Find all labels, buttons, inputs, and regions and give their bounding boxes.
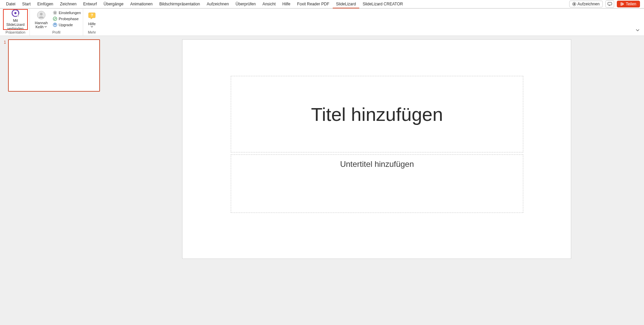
- check-circle-icon: [53, 16, 57, 21]
- ribbon: Mit SlideLizard verbinden Präsentation H…: [0, 8, 644, 36]
- gear-icon: [53, 10, 57, 15]
- rehearsal-button[interactable]: Probephase: [53, 16, 81, 21]
- tab-foxit[interactable]: Foxit Reader PDF: [294, 0, 333, 8]
- record-label: Aufzeichnen: [578, 2, 600, 6]
- title-placeholder[interactable]: Titel hinzufügen: [231, 76, 523, 152]
- ribbon-group-more: ? Hilfe Mehr: [83, 9, 101, 36]
- user-avatar-icon: [36, 10, 47, 20]
- share-icon: [621, 2, 625, 6]
- ribbon-group-profile: Hannah Kelih Einstellungen Probephase U: [30, 9, 83, 36]
- upgrade-button[interactable]: Upgrade: [53, 22, 81, 28]
- connect-slidelizard-button[interactable]: Mit SlideLizard verbinden: [3, 9, 28, 30]
- tab-einfuegen[interactable]: Einfügen: [34, 0, 56, 8]
- svg-line-17: [56, 11, 56, 12]
- user-profile-button[interactable]: Hannah Kelih: [32, 9, 51, 30]
- chevron-down-icon: [635, 28, 640, 32]
- title-bar-actions: Aufzeichnen Teilen: [569, 0, 641, 8]
- connect-label-l1: Mit SlideLizard: [3, 18, 28, 27]
- rehearsal-label: Probephase: [59, 16, 78, 21]
- user-name-l1: Hannah: [35, 21, 48, 25]
- help-label: Hilfe: [88, 22, 96, 26]
- slide-thumbnail-rail: 1: [0, 36, 109, 325]
- user-name-l2: Kelih: [36, 25, 44, 29]
- tab-start[interactable]: Start: [19, 0, 34, 8]
- share-button[interactable]: Teilen: [617, 1, 640, 7]
- upgrade-arrow-icon: [53, 22, 57, 27]
- svg-line-14: [54, 11, 54, 12]
- svg-rect-2: [608, 2, 612, 5]
- profile-options: Einstellungen Probephase Upgrade: [53, 9, 81, 28]
- settings-button[interactable]: Einstellungen: [53, 10, 81, 15]
- share-label: Teilen: [626, 2, 636, 6]
- tab-hilfe[interactable]: Hilfe: [279, 0, 294, 8]
- record-icon: [572, 2, 576, 6]
- help-button[interactable]: ? Hilfe: [85, 9, 99, 30]
- upgrade-label: Upgrade: [59, 22, 73, 28]
- menu-bar: Datei Start Einfügen Zeichnen Entwurf Üb…: [0, 0, 644, 8]
- svg-point-9: [54, 12, 56, 14]
- settings-label: Einstellungen: [59, 10, 81, 15]
- slidelizard-logo-icon: [10, 8, 21, 18]
- chevron-down-icon: [44, 26, 47, 28]
- collapse-ribbon-button[interactable]: [635, 28, 640, 34]
- slide-thumbnail[interactable]: [8, 39, 100, 92]
- comment-icon: [607, 2, 612, 6]
- tab-entwurf[interactable]: Entwurf: [80, 0, 100, 8]
- tab-zeichnen[interactable]: Zeichnen: [57, 0, 80, 8]
- slide-canvas-area: Titel hinzufügen Untertitel hinzufügen: [109, 36, 644, 325]
- title-placeholder-text: Titel hinzufügen: [311, 103, 443, 125]
- tab-animationen[interactable]: Animationen: [127, 0, 156, 8]
- svg-point-8: [40, 13, 43, 15]
- svg-text:?: ?: [91, 13, 93, 17]
- subtitle-placeholder-text: Untertitel hinzufügen: [340, 159, 414, 169]
- help-bubble-icon: ?: [87, 11, 97, 21]
- thumbnail-row: 1: [3, 39, 107, 92]
- ribbon-group-presentation: Mit SlideLizard verbinden Präsentation: [1, 9, 30, 36]
- record-button[interactable]: Aufzeichnen: [569, 1, 603, 7]
- tab-slidelizard[interactable]: SlideLizard: [333, 0, 359, 8]
- tab-uebergaenge[interactable]: Übergänge: [100, 0, 127, 8]
- svg-point-5: [14, 12, 16, 14]
- tab-datei[interactable]: Datei: [3, 0, 19, 8]
- svg-point-1: [573, 3, 575, 5]
- ribbon-group-presentation-label: Präsentation: [3, 30, 28, 35]
- ribbon-group-more-label: Mehr: [85, 30, 99, 35]
- svg-point-6: [17, 15, 19, 17]
- chevron-down-icon: [91, 26, 93, 28]
- tab-ansicht[interactable]: Ansicht: [259, 0, 279, 8]
- tab-slidelizard-creator[interactable]: SlideLizard CREATOR: [359, 0, 406, 8]
- tab-ueberpruefen[interactable]: Überprüfen: [232, 0, 259, 8]
- svg-line-16: [54, 14, 54, 14]
- subtitle-placeholder[interactable]: Untertitel hinzufügen: [231, 154, 523, 213]
- comments-button[interactable]: [605, 0, 614, 8]
- tab-bildschirmpraesentation[interactable]: Bildschirmpräsentation: [156, 0, 203, 8]
- thumbnail-number: 1: [3, 39, 6, 45]
- slide[interactable]: Titel hinzufügen Untertitel hinzufügen: [182, 39, 571, 259]
- ribbon-group-profile-label: Profil: [32, 30, 81, 35]
- tab-aufzeichnen[interactable]: Aufzeichnen: [203, 0, 232, 8]
- svg-line-15: [56, 14, 56, 14]
- main-area: 1 Titel hinzufügen Untertitel hinzufügen: [0, 36, 644, 325]
